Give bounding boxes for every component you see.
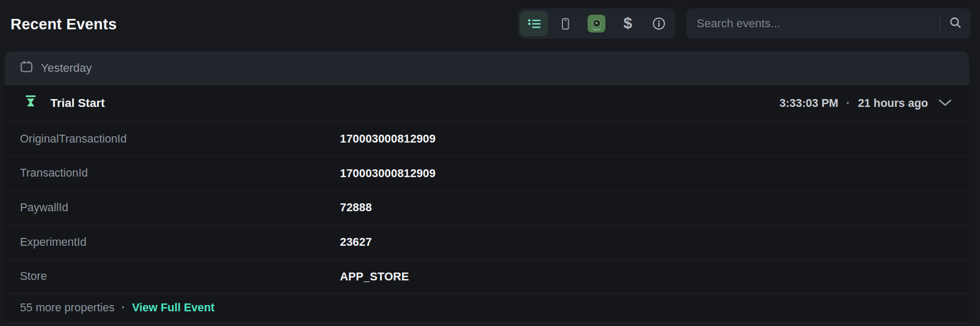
events-card: Yesterday Trial Start 3:33:03 PM · 21 ho…: [5, 51, 969, 326]
property-key: OriginalTransactionId: [20, 133, 127, 146]
info-icon: [652, 17, 666, 30]
event-time: 3:33:03 PM: [780, 97, 838, 110]
event-footer: 55 more properties · View Full Event: [5, 294, 969, 323]
event-relative-time: 21 hours ago: [858, 97, 928, 110]
date-group-label: Yesterday: [41, 61, 92, 75]
dollar-icon: $: [623, 15, 632, 31]
list-icon: [527, 18, 541, 30]
calendar-icon: [20, 60, 33, 75]
property-key: TransactionId: [20, 167, 88, 180]
app-filter-button[interactable]: [582, 11, 611, 36]
search-divider: [940, 16, 941, 31]
list-view-button[interactable]: [520, 11, 548, 36]
dot-separator: ·: [121, 301, 125, 314]
property-row: TransactionId 170003000812909: [5, 156, 969, 191]
page-title: Recent Events: [10, 16, 116, 33]
revenue-view-button[interactable]: $: [614, 11, 642, 36]
view-toggle-toolbar: $: [518, 8, 675, 39]
view-full-event-link[interactable]: View Full Event: [132, 301, 215, 314]
search-box[interactable]: [686, 8, 971, 39]
property-row: ExperimentId 23627: [5, 225, 969, 259]
phone-icon: [559, 17, 572, 30]
wreath-decoration: [592, 26, 601, 30]
search-icon[interactable]: [949, 16, 962, 31]
property-value: 170003000812909: [340, 133, 435, 146]
property-key: Store: [20, 270, 47, 283]
property-row: Store APP_STORE: [5, 259, 969, 294]
hourglass-icon: [25, 95, 37, 112]
recent-events-screen: Recent Events: [0, 0, 980, 326]
property-value: APP_STORE: [340, 270, 409, 283]
event-name: Trial Start: [50, 96, 105, 110]
event-timestamp: 3:33:03 PM · 21 hours ago: [780, 97, 952, 110]
property-value: 72888: [340, 201, 372, 214]
property-value: 23627: [340, 236, 372, 249]
property-key: ExperimentId: [20, 236, 87, 249]
search-input[interactable]: [686, 8, 940, 39]
device-view-button[interactable]: [551, 11, 580, 36]
app-icon: [588, 15, 605, 32]
next-row-edge: [5, 323, 969, 326]
info-button[interactable]: [645, 11, 673, 36]
header: Recent Events: [0, 0, 980, 51]
event-row[interactable]: Trial Start 3:33:03 PM · 21 hours ago: [5, 85, 969, 122]
property-key: PaywallId: [20, 201, 68, 214]
property-value: 170003000812909: [340, 167, 435, 180]
property-row: PaywallId 72888: [5, 190, 969, 225]
dot-separator: ·: [846, 97, 850, 110]
property-row: OriginalTransactionId 170003000812909: [5, 122, 969, 156]
more-properties-label: 55 more properties: [20, 301, 114, 314]
chevron-down-icon[interactable]: [936, 97, 952, 110]
date-group-header: Yesterday: [5, 51, 969, 85]
